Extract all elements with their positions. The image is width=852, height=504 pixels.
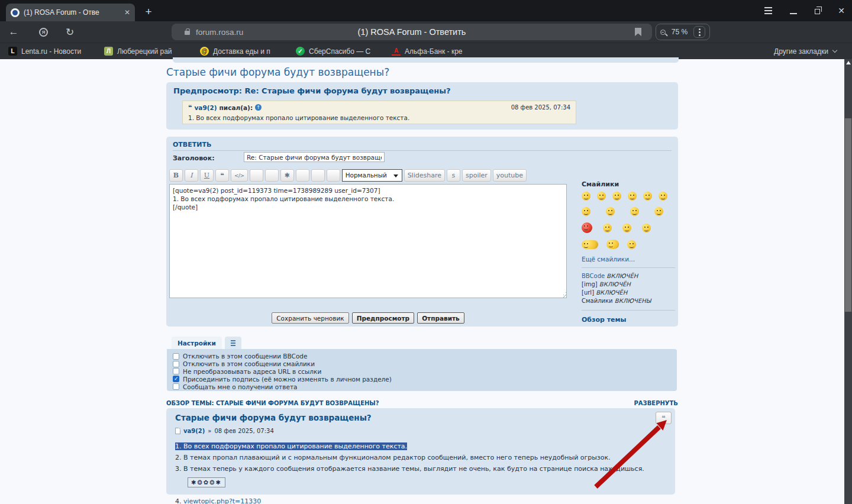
bbcode-toolbar-button[interactable] [265,169,279,182]
lock-icon[interactable] [185,31,190,35]
address-bar[interactable]: forum.rosa.ru (1) ROSA Forum - Ответить [172,24,652,40]
subject-input[interactable] [244,152,385,162]
tab-attachments[interactable] [225,337,241,349]
scrollbar-thumb[interactable] [845,118,851,312]
bbcode-toolbar-button[interactable] [327,169,340,182]
tab-settings[interactable]: Настройки [172,337,222,349]
custom-bbcode-button[interactable]: Slideshare [404,169,445,182]
smiley-icon[interactable] [643,192,652,201]
option-label: Присоединить подпись (её можно изменять … [183,376,392,383]
bbcode-status-list: BBCode ВКЛЮЧЁН [img] ВКЛЮЧЁН [url] ВКЛЮЧ… [582,272,675,305]
custom-bbcode-button[interactable]: youtube [493,169,527,182]
tab-close-icon[interactable]: ✕ [124,8,130,17]
new-tab-button[interactable]: + [141,5,156,20]
close-window-icon[interactable]: ✕ [838,6,845,15]
quote-author-link[interactable]: va9(2) [194,104,217,111]
smiley-icon[interactable] [606,240,619,249]
expand-link[interactable]: РАЗВЕРНУТЬ [634,400,678,406]
smiley-icon[interactable] [628,192,637,201]
post-byline: va9(2) » 08 фев 2025, 07:34 [175,428,666,434]
save-draft-button[interactable]: Сохранить черновик [272,312,348,324]
smiley-icon[interactable] [659,192,667,201]
textarea-resize-grip[interactable] [561,292,566,298]
quote-post-button[interactable]: ❝ [656,412,672,424]
restore-icon[interactable] [815,9,820,14]
smiley-icon[interactable] [582,207,590,216]
reload-icon[interactable]: ↻ [61,26,79,38]
review-post-panel: Старые фичи форума будут возвращены? ❝ v… [166,408,675,495]
bookmark-item[interactable]: @ Доставка еды и п [200,47,288,56]
smiley-icon[interactable] [627,240,636,249]
more-options-box[interactable] [693,26,705,38]
checkbox[interactable] [173,361,179,367]
bookmark-item[interactable]: А Альфа-Банк - кре [392,47,479,56]
browser-tab[interactable]: (1) ROSA Forum - Отве ✕ [6,4,135,21]
bookmark-item[interactable]: Л Люберецкий рай [104,47,192,56]
bbcode-status-line: [img] ВКЛЮЧЁН [582,280,675,289]
smiley-icon[interactable] [654,207,663,216]
bookmark-flag-icon[interactable] [635,28,641,36]
checkbox[interactable] [173,383,179,390]
post-body: 1. Во всех подфорумах пропало цитировани… [175,440,660,473]
bookmark-favicon: А [392,47,401,56]
inline-smilies-box: ✱❂✿❂✱ [188,477,225,487]
post-author-link[interactable]: va9(2) [183,428,205,434]
bbcode-toolbar-button[interactable]: ✱ [280,169,294,182]
bbcode-toolbar-button[interactable]: </> [231,169,248,182]
font-size-select[interactable]: Нормальный [342,169,402,182]
smiley-icon[interactable] [597,192,606,201]
post-sheet-icon [175,428,180,434]
other-bookmarks-button[interactable]: Другие закладки [774,47,837,56]
tab-title: (1) ROSA Forum - Отве [24,8,120,17]
divider [173,150,672,151]
browser-menu-icon[interactable] [764,10,772,11]
smilies-row [582,240,675,249]
bbcode-toolbar-button[interactable]: ❝ [215,169,229,182]
post-line: 3. В темах теперь у каждого сообщения от… [175,465,644,473]
review-post-title[interactable]: Старые фичи форума будут возвращены? [175,413,666,422]
scrollbar-track[interactable] [844,59,852,504]
bookmark-item[interactable]: L Lenta.ru - Новости [8,47,96,56]
url-text[interactable]: forum.rosa.ru [196,28,243,37]
message-textarea[interactable]: [quote=va9(2) post_id=119373 time=173898… [169,184,567,298]
smiley-icon[interactable] [582,240,598,249]
go-to-post-icon[interactable]: ↑ [255,104,262,111]
back-icon[interactable]: ← [5,26,22,38]
submit-button[interactable]: Отправить [417,312,464,324]
smiley-icon[interactable] [582,222,592,233]
checkbox[interactable] [173,353,179,360]
preview-button[interactable]: Предпросмотр [352,312,415,324]
smiley-icon[interactable] [582,192,590,201]
viewtopic-link[interactable]: viewtopic.php?t=11330 [183,497,261,504]
smiley-icon[interactable] [603,224,612,232]
bbcode-status-line: BBCode ВКЛЮЧЁН [582,272,675,280]
zoom-out-icon[interactable] [660,30,666,35]
bbcode-toolbar-button[interactable] [311,169,325,182]
bbcode-toolbar-button[interactable] [296,169,309,182]
bookmark-item[interactable]: ✓ СберСпасибо — С [296,47,383,56]
smiley-icon[interactable] [642,224,651,232]
submit-row: Сохранить черновик Предпросмотр Отправит… [169,312,567,324]
scrollbar-up-arrow[interactable] [846,61,851,64]
more-smilies-link[interactable]: Ещё смайлики... [582,256,675,263]
smiley-icon[interactable] [622,224,631,232]
smiley-icon[interactable] [630,207,639,216]
zoom-control[interactable]: 75 % [656,24,710,40]
bbcode-toolbar: B I U ❝ </> [169,169,527,182]
minimize-icon[interactable] [790,13,797,14]
bbcode-toolbar-button[interactable] [250,169,263,182]
bbcode-toolbar-button[interactable]: I [185,169,198,182]
option-row: Отключить в этом сообщении BBCode [173,353,671,360]
custom-bbcode-button[interactable]: spoiler [462,169,491,182]
custom-bbcode-button[interactable]: s [447,169,460,182]
yandex-icon[interactable]: Я [39,28,48,37]
checkbox[interactable] [173,368,179,374]
topic-title-link[interactable]: Старые фичи форума будут возвращены? [166,66,389,78]
smiley-icon[interactable] [612,192,621,201]
bbcode-toolbar-button[interactable]: B [169,169,183,182]
smiley-icon[interactable] [606,207,615,216]
checkbox[interactable] [173,376,179,382]
topic-review-link[interactable]: Обзор темы [582,316,675,324]
option-row: Не преобразовывать адреса URL в ссылки [173,368,671,376]
bbcode-toolbar-button[interactable]: U [200,169,214,182]
